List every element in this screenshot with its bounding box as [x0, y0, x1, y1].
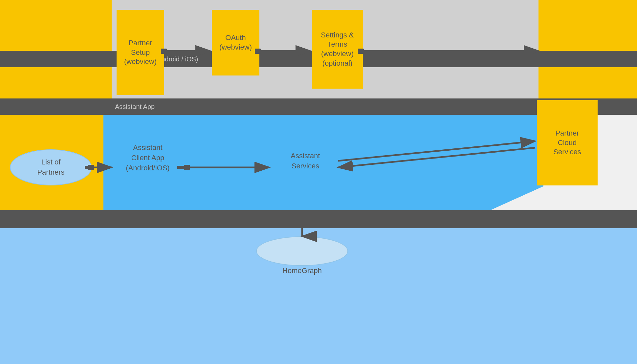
- settings-terms-box: Settings & Terms (webview) (optional): [312, 10, 363, 89]
- oauth-label: OAuth (webview): [219, 33, 252, 52]
- assistant-services-label: Assistant Services: [273, 151, 338, 171]
- list-of-partners-label: List of Partners: [11, 150, 91, 185]
- yellow-left-zone: [0, 0, 112, 98]
- assistant-app-bar-label: Assistant App: [0, 103, 155, 110]
- diagram-container: Partner App (Android / iOS) Assistant Ap…: [0, 0, 637, 364]
- list-of-partners-ellipse: List of Partners: [10, 149, 92, 185]
- homegraph-ellipse: [256, 236, 348, 266]
- partner-cloud-services-box: Partner Cloud Services: [537, 100, 598, 185]
- assistant-services-blue-ext: [328, 115, 420, 210]
- partner-setup-label: Partner Setup (webview): [124, 38, 157, 67]
- oauth-box: OAuth (webview): [212, 10, 259, 75]
- homegraph-label: HomeGraph: [258, 266, 346, 276]
- settings-terms-label: Settings & Terms (webview) (optional): [321, 31, 354, 68]
- assistant-client-app-label: Assistant Client App (Android/iOS): [115, 143, 181, 173]
- partner-cloud-services-label: Partner Cloud Services: [553, 129, 581, 157]
- yellow-right-zone: [538, 0, 637, 98]
- partner-setup-box: Partner Setup (webview): [117, 10, 164, 95]
